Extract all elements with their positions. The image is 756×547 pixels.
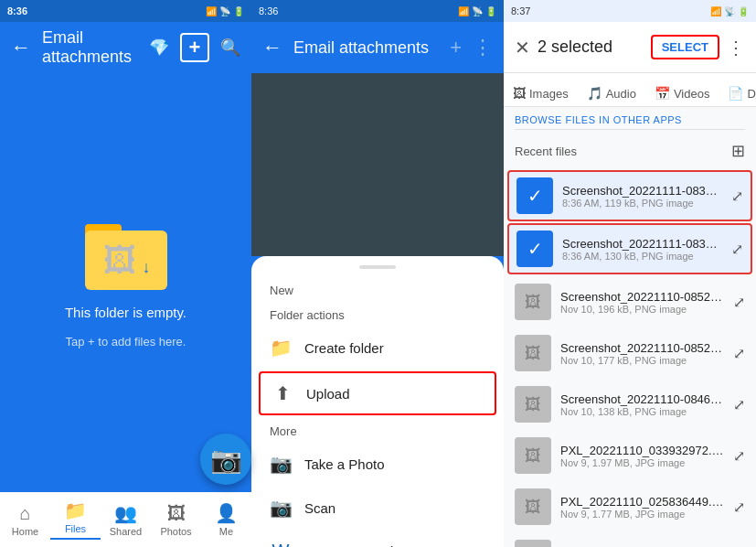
nav-item-photos[interactable]: 🖼 Photos	[151, 503, 201, 537]
file-item[interactable]: 🖼PXL_20221110_025836449.jpgNov 9, 1.77 M…	[504, 481, 756, 532]
status-icons-1: 📶 📡 🔋	[206, 6, 244, 16]
expand-icon[interactable]: ⤢	[733, 294, 745, 311]
filter-tab-images[interactable]: 🖼 Images	[504, 80, 578, 106]
expand-icon[interactable]: ⤢	[733, 345, 745, 362]
file-item[interactable]: 🖼Screenshot_20221110-085242.pngNov 10, 1…	[504, 276, 756, 327]
more-icon-2[interactable]: ⋮	[473, 36, 493, 59]
create-word-label: Create a Word Document	[304, 543, 460, 547]
signal-icon-3: 📶	[710, 6, 721, 16]
file-info: PXL_20221110_025836449.jpgNov 9, 1.77 MB…	[560, 495, 724, 520]
page-title-2: Email attachments	[293, 38, 439, 58]
upload-item[interactable]: ⬆ Upload	[259, 371, 496, 415]
signal-icon-2: 📶	[458, 6, 469, 16]
scan-label: Scan	[304, 500, 335, 516]
filter-tab-docs[interactable]: 📄 Docu...	[719, 80, 756, 106]
search-icon[interactable]: 🔍	[220, 38, 240, 58]
header-1: ← Email attachments 💎 + 🔍	[0, 22, 251, 73]
battery-icon: 🔋	[233, 6, 244, 16]
back-button-1[interactable]: ←	[11, 36, 31, 59]
nav-item-me[interactable]: 👤 Me	[201, 502, 251, 537]
folder-actions-label: Folder actions	[251, 301, 504, 326]
fab-camera-button[interactable]: 📷	[200, 434, 251, 485]
recent-header: Recent files ⊞	[504, 134, 756, 168]
file-thumbnail: 🖼	[515, 540, 551, 547]
take-photo-item[interactable]: 📷 Take a Photo	[251, 442, 504, 486]
upload-icon: ⬆	[272, 382, 293, 404]
expand-icon[interactable]: ⤢	[733, 447, 745, 465]
file-thumbnail: 🖼	[515, 488, 551, 525]
expand-icon[interactable]: ⤢	[733, 396, 745, 413]
thumbnail-preview-icon: 🖼	[525, 498, 541, 517]
docs-tab-label: Docu...	[747, 87, 756, 101]
file-item[interactable]: 🖼Screenshot_20221110-084639.pngNov 10, 1…	[504, 379, 756, 430]
file-name: Screenshot_20221111-083646.png	[562, 184, 722, 198]
videos-tab-label: Videos	[674, 87, 710, 101]
dark-preview-area	[251, 73, 504, 256]
nav-label-home: Home	[12, 526, 38, 537]
header-3: ✕ 2 selected SELECT ⋮	[504, 22, 756, 73]
select-button-label: SELECT	[662, 40, 708, 54]
images-tab-icon: 🖼	[513, 86, 526, 101]
nav-item-files[interactable]: 📁 Files	[50, 499, 101, 540]
nav-label-files: Files	[65, 523, 86, 534]
file-thumbnail: 🖼	[515, 437, 551, 474]
status-icons-3: 📶 📡 🔋	[710, 6, 749, 16]
wifi-icon-2: 📡	[472, 6, 483, 16]
filter-tab-audio[interactable]: 🎵 Audio	[578, 80, 645, 106]
create-word-item[interactable]: W Create a Word Document	[251, 530, 504, 547]
expand-icon[interactable]: ⤢	[731, 241, 743, 258]
add-icon-2[interactable]: +	[450, 36, 462, 59]
photos-icon: 🖼	[167, 503, 186, 524]
files-icon: 📁	[64, 499, 87, 521]
nav-item-shared[interactable]: 👥 Shared	[101, 502, 151, 537]
file-meta: Nov 10, 138 kB, PNG image	[560, 406, 724, 417]
grid-view-icon[interactable]: ⊞	[731, 141, 745, 161]
file-meta: Nov 9, 1.77 MB, JPG image	[560, 509, 724, 520]
wifi-icon-3: 📡	[724, 6, 735, 16]
word-icon: W	[270, 541, 292, 547]
expand-icon[interactable]: ⤢	[731, 188, 743, 205]
scan-item[interactable]: 📷 Scan	[251, 486, 504, 530]
check-icon: ✓	[527, 238, 543, 260]
more-options-button[interactable]: ⋮	[727, 37, 745, 59]
file-item[interactable]: ✓Screenshot_20221111-083646.png8:36 AM, …	[507, 170, 752, 221]
create-folder-item[interactable]: 📁 Create folder	[251, 326, 504, 370]
time-3: 8:37	[511, 5, 530, 16]
file-name: PXL_20221110_025836449.jpg	[560, 495, 724, 509]
plus-icon: +	[189, 36, 201, 59]
status-bar-3: 8:37 📶 📡 🔋	[504, 0, 756, 22]
panel3: 8:37 📶 📡 🔋 ✕ 2 selected SELECT ⋮ 🖼 Image…	[504, 0, 756, 547]
file-item[interactable]: 🖼PXL_20221110_033932972.jpgNov 9, 1.97 M…	[504, 430, 756, 481]
file-info: Screenshot_20221110-085238.pngNov 10, 17…	[560, 341, 724, 366]
file-info: Screenshot_20221110-084639.pngNov 10, 13…	[560, 392, 724, 417]
file-item[interactable]: 🖼PXL_20221110_024240559.jpgNov 9⤢	[504, 532, 756, 547]
browse-divider	[515, 129, 745, 130]
panel1-content: 🖼 ↓ This folder is empty. Tap + to add f…	[0, 73, 251, 492]
upload-label: Upload	[306, 386, 350, 402]
take-photo-icon: 📷	[270, 453, 292, 475]
battery-icon-3: 🔋	[738, 6, 749, 16]
scan-icon: 📷	[270, 497, 292, 519]
audio-tab-icon: 🎵	[587, 86, 602, 101]
file-name: Screenshot_20221110-084639.png	[560, 392, 724, 406]
file-item[interactable]: ✓Screenshot_20221111-083638.png8:36 AM, …	[507, 223, 752, 274]
file-list: ✓Screenshot_20221111-083646.png8:36 AM, …	[504, 168, 756, 547]
thumbnail-preview-icon: 🖼	[525, 446, 541, 466]
file-item[interactable]: 🖼Screenshot_20221110-085238.pngNov 10, 1…	[504, 327, 756, 379]
status-icons-2: 📶 📡 🔋	[458, 6, 496, 16]
sheet-menu: New Folder actions 📁 Create folder ⬆ Upl…	[251, 276, 504, 547]
close-button[interactable]: ✕	[515, 37, 530, 59]
gem-icon: 💎	[149, 38, 169, 58]
panel2: 8:36 📶 📡 🔋 ← Email attachments + ⋮ New F…	[251, 0, 504, 547]
recent-files-label: Recent files	[515, 145, 731, 158]
time-2: 8:36	[259, 5, 278, 16]
images-tab-label: Images	[529, 87, 569, 101]
filter-tab-videos[interactable]: 📅 Videos	[645, 80, 719, 106]
new-section-label: New	[251, 276, 504, 301]
nav-item-home[interactable]: ⌂ Home	[0, 503, 50, 537]
expand-icon[interactable]: ⤢	[733, 499, 745, 516]
nav-label-photos: Photos	[160, 526, 191, 537]
back-button-2[interactable]: ←	[262, 36, 282, 59]
select-button[interactable]: SELECT	[651, 35, 719, 59]
add-button[interactable]: +	[180, 33, 209, 62]
